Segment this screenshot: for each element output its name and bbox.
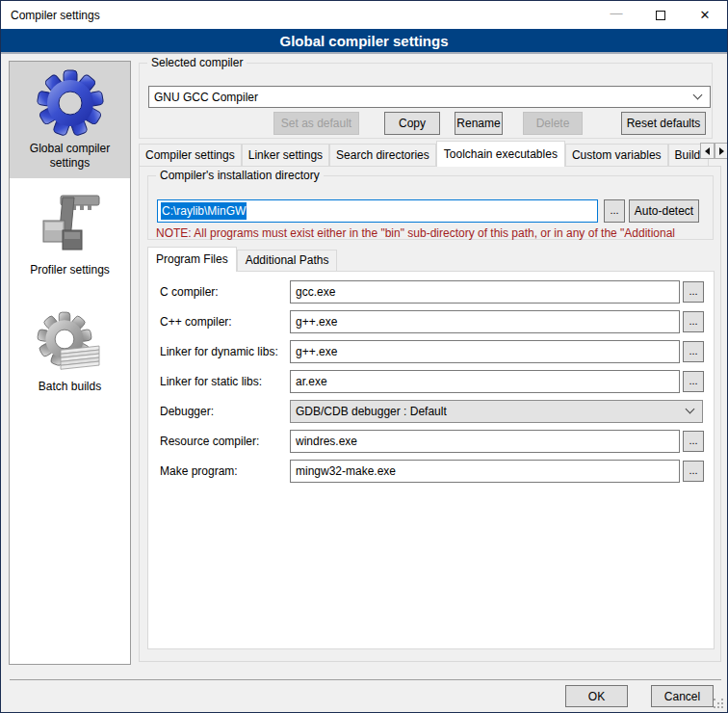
chevron-down-icon <box>686 405 695 414</box>
field-label: Make program: <box>160 464 238 478</box>
group-legend: Compiler's installation directory <box>156 169 324 182</box>
tab-scroll-buttons <box>700 143 728 159</box>
selected-compiler-group: Selected compiler GNU GCC Compiler Set a… <box>139 63 713 139</box>
note-text: NOTE: All programs must exist either in … <box>156 226 713 240</box>
tab-scroll-left-button[interactable] <box>700 143 715 159</box>
auto-detect-button[interactable]: Auto-detect <box>629 199 699 223</box>
settings-tab-bar: Compiler settings Linker settings Search… <box>139 141 709 167</box>
sidebar-item-batch-builds[interactable]: Batch builds <box>10 308 130 394</box>
static-linker-row: Linker for static libs: ... <box>148 370 714 393</box>
debugger-select[interactable]: GDB/CDB debugger : Default <box>290 400 703 423</box>
arrow-left-icon <box>705 147 710 155</box>
settings-sidebar: Global compiler settings Profiler settin… <box>9 61 131 665</box>
footer-divider <box>10 679 721 680</box>
page-title: Global compiler settings <box>1 29 727 54</box>
gear-stack-icon <box>36 308 105 378</box>
installation-directory-group: Compiler's installation directory C:\ray… <box>147 175 714 240</box>
gear-blue-icon <box>36 66 105 140</box>
tab-program-files[interactable]: Program Files <box>147 247 237 272</box>
cpp-compiler-row: C++ compiler: ... <box>148 310 714 333</box>
close-icon: ✕ <box>700 8 711 22</box>
compiler-settings-dialog: Compiler settings — ✕ Global compiler se… <box>0 0 728 713</box>
c-compiler-row: C compiler: ... <box>148 280 714 304</box>
toolchain-executables-panel: Compiler's installation directory C:\ray… <box>139 166 721 662</box>
make-program-browse-button[interactable]: ... <box>683 461 704 482</box>
delete-button[interactable]: Delete <box>523 112 583 135</box>
sidebar-item-profiler-settings[interactable]: Profiler settings <box>10 190 130 277</box>
window-controls: — ✕ <box>594 1 727 29</box>
field-label: Linker for dynamic libs: <box>160 345 278 358</box>
sidebar-item-label: Global compiler settings <box>10 142 130 171</box>
cpp-compiler-browse-button[interactable]: ... <box>683 311 704 332</box>
dynamic-linker-row: Linker for dynamic libs: ... <box>148 340 714 363</box>
debugger-select-value: GDB/CDB debugger : Default <box>296 405 447 418</box>
field-label: C++ compiler: <box>160 315 232 329</box>
dynamic-linker-input[interactable] <box>290 340 680 363</box>
tab-toolchain-executables[interactable]: Toolchain executables <box>436 141 565 167</box>
tab-search-directories[interactable]: Search directories <box>329 144 436 166</box>
debugger-row: Debugger: GDB/CDB debugger : Default <box>148 400 714 423</box>
install-dir-selected-text: C:\raylib\MinGW <box>161 202 247 220</box>
resource-compiler-input[interactable] <box>290 430 680 453</box>
resource-compiler-browse-button[interactable]: ... <box>683 431 704 452</box>
c-compiler-input[interactable] <box>290 280 680 304</box>
make-program-input[interactable] <box>290 460 680 483</box>
minimize-button[interactable]: — <box>594 1 638 29</box>
static-linker-input[interactable] <box>290 370 680 393</box>
program-files-tab-bar: Program Files Additional Paths <box>147 247 337 272</box>
make-program-row: Make program: ... <box>148 460 714 483</box>
group-legend: Selected compiler <box>147 56 247 69</box>
static-linker-browse-button[interactable]: ... <box>683 371 704 392</box>
dynamic-linker-browse-button[interactable]: ... <box>683 341 704 362</box>
cancel-button[interactable]: Cancel <box>651 685 714 707</box>
close-button[interactable]: ✕ <box>683 1 727 29</box>
field-label: C compiler: <box>160 285 219 299</box>
title-bar: Compiler settings — ✕ <box>1 1 727 29</box>
reset-defaults-button[interactable]: Reset defaults <box>621 112 706 135</box>
resource-compiler-row: Resource compiler: ... <box>148 430 714 453</box>
compiler-select[interactable]: GNU GCC Compiler <box>148 86 711 108</box>
program-files-panel: C compiler: ... C++ compiler: ... Linker… <box>147 271 715 649</box>
sidebar-item-label: Profiler settings <box>10 263 130 277</box>
ok-button[interactable]: OK <box>565 685 628 707</box>
field-label: Linker for static libs: <box>160 375 262 388</box>
sidebar-item-label: Batch builds <box>10 380 130 394</box>
install-dir-input[interactable]: C:\raylib\MinGW <box>157 199 598 223</box>
field-label: Resource compiler: <box>160 435 259 448</box>
cpp-compiler-input[interactable] <box>290 310 680 333</box>
compiler-select-value: GNU GCC Compiler <box>154 91 258 104</box>
tab-linker-settings[interactable]: Linker settings <box>242 144 329 166</box>
field-label: Debugger: <box>160 405 214 418</box>
tab-scroll-right-button[interactable] <box>715 143 728 159</box>
tab-custom-variables[interactable]: Custom variables <box>565 144 668 166</box>
arrow-right-icon <box>719 147 724 155</box>
sidebar-item-global-compiler-settings[interactable]: Global compiler settings <box>10 62 130 178</box>
rename-button[interactable]: Rename <box>455 112 503 135</box>
minimize-icon: — <box>611 6 623 20</box>
caliper-icon <box>36 190 105 261</box>
tab-additional-paths[interactable]: Additional Paths <box>237 250 338 271</box>
maximize-button[interactable] <box>638 1 683 29</box>
resize-grip[interactable] <box>714 699 724 709</box>
window-title: Compiler settings <box>11 9 100 22</box>
tab-compiler-settings[interactable]: Compiler settings <box>139 144 242 166</box>
install-dir-browse-button[interactable]: ... <box>604 199 625 223</box>
maximize-icon <box>656 11 665 20</box>
chevron-down-icon <box>693 91 703 100</box>
copy-button[interactable]: Copy <box>384 112 440 135</box>
c-compiler-browse-button[interactable]: ... <box>683 281 704 303</box>
set-as-default-button[interactable]: Set as default <box>273 112 359 135</box>
